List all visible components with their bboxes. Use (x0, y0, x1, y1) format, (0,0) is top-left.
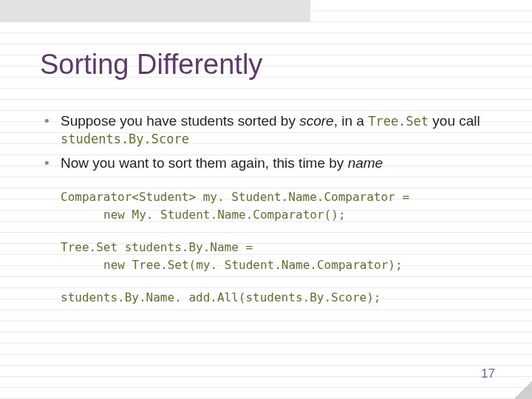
code-line-1: Comparator<Student> my. Student.Name.Com… (61, 188, 495, 206)
code-stanza-1: Comparator<Student> my. Student.Name.Com… (61, 188, 495, 224)
code-line-2: new My. Student.Name.Comparator(); (61, 206, 495, 224)
slide-content: Sorting Differently Suppose you have stu… (0, 0, 532, 307)
slide-title: Sorting Differently (40, 50, 495, 80)
bullet-1-text-c: you call (429, 113, 480, 129)
bullet-2: Now you want to sort them again, this ti… (61, 154, 495, 172)
page-curl-icon (514, 381, 532, 399)
bullet-1: Suppose you have students sorted by scor… (61, 112, 495, 149)
code-line-4: new Tree.Set(my. Student.Name.Comparator… (61, 256, 495, 274)
code-block: Comparator<Student> my. Student.Name.Com… (40, 188, 495, 307)
code-stanza-2: Tree.Set students.By.Name = new Tree.Set… (61, 239, 495, 274)
code-stanza-3: students.By.Name. add.All(students.By.Sc… (61, 289, 495, 307)
bullet-2-name: name (348, 155, 383, 171)
bullet-1-text-b: , in a (334, 113, 368, 129)
bullet-1-var: students.By.Score (61, 132, 189, 146)
code-line-3: Tree.Set students.By.Name = (61, 239, 495, 256)
bullet-2-text-a: Now you want to sort them again, this ti… (61, 155, 348, 171)
bullet-1-text-a: Suppose you have students sorted by (61, 113, 299, 129)
code-line-5: students.By.Name. add.All(students.By.Sc… (61, 289, 495, 307)
bullet-1-treeset: Tree.Set (368, 114, 429, 129)
bullet-list: Suppose you have students sorted by scor… (40, 112, 495, 172)
slide-number: 17 (481, 366, 495, 381)
bullet-1-score: score (299, 113, 333, 129)
